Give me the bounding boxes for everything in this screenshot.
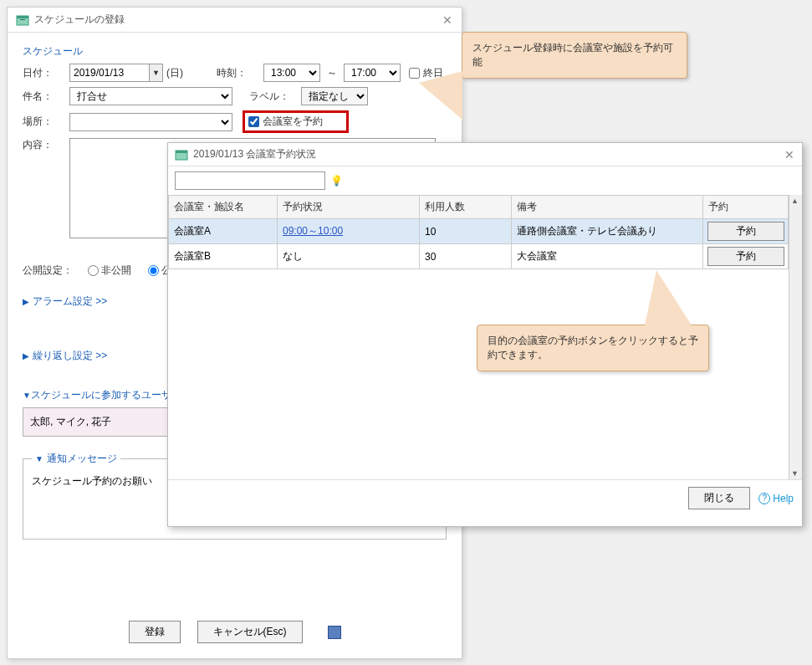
svg-rect-4 <box>176 151 187 153</box>
reserve-room-label: 会議室を予約 <box>263 115 323 129</box>
notify-legend: ▼通知メッセージ <box>32 452 120 466</box>
place-row: 場所： 会議室を予約 <box>23 110 447 133</box>
time-end-select[interactable]: 17:00 <box>344 64 401 82</box>
callout-bottom: 目的の会議室の予約ボタンをクリックすると予約できます。 <box>477 325 709 371</box>
dialog-title: スケジュールの登録 <box>34 13 442 27</box>
svg-rect-2 <box>20 19 25 20</box>
hint-icon[interactable]: 💡 <box>330 175 343 187</box>
private-label: 非公開 <box>101 263 131 278</box>
private-radio-wrap[interactable]: 非公開 <box>88 263 131 278</box>
cell-name: 会議室A <box>169 219 278 244</box>
reserve-room-highlight: 会議室を予約 <box>243 110 349 133</box>
subject-row: 件名： 打合せ ラベル： 指定なし <box>23 87 447 105</box>
public-radio[interactable] <box>148 265 159 276</box>
cell-note: 大会議室 <box>512 244 703 269</box>
label-label: ラベル： <box>249 90 296 104</box>
date-input[interactable] <box>69 64 150 82</box>
cell-capacity: 10 <box>420 219 512 244</box>
subject-select[interactable]: 打合せ <box>69 87 232 105</box>
reserve-button[interactable]: 予約 <box>707 222 784 241</box>
cancel-button[interactable]: キャンセル(Esc) <box>197 621 303 643</box>
subject-label: 件名： <box>23 90 69 104</box>
close-icon[interactable]: ✕ <box>784 149 795 161</box>
table-row[interactable]: 会議室Bなし30大会議室予約 <box>169 244 802 269</box>
help-link[interactable]: ?Help <box>758 493 794 504</box>
col-note: 備考 <box>512 196 703 219</box>
room-dialog-titlebar: 2019/01/13 会議室予約状況 ✕ <box>168 143 802 166</box>
register-button[interactable]: 登録 <box>129 621 181 643</box>
col-capacity: 利用人数 <box>420 196 512 219</box>
save-icon[interactable] <box>328 626 341 639</box>
calendar-icon <box>16 13 29 27</box>
room-dialog-footer: 閉じる ?Help <box>168 479 802 516</box>
svg-rect-1 <box>17 16 28 18</box>
expand-icon: ▶ <box>23 297 29 306</box>
place-label: 場所： <box>23 115 69 129</box>
callout-top: スケジュール登録時に会議室や施設を予約可能 <box>462 32 687 79</box>
scroll-down-icon[interactable]: ▼ <box>791 469 799 478</box>
date-dropdown-icon[interactable]: ▼ <box>150 64 163 82</box>
reserve-room-checkbox[interactable] <box>248 116 259 127</box>
cell-capacity: 30 <box>420 244 512 269</box>
table-row[interactable]: 会議室A09:00～10:0010通路側会議室・テレビ会議あり予約 <box>169 219 802 244</box>
section-heading: スケジュール <box>23 44 447 59</box>
col-name: 会議室・施設名 <box>169 196 278 219</box>
content-label: 内容： <box>23 138 69 152</box>
room-search-input[interactable] <box>175 171 325 190</box>
publish-label: 公開設定： <box>23 263 81 278</box>
col-reserve: 予約 <box>703 196 789 219</box>
room-table: 会議室・施設名 予約状況 利用人数 備考 予約 会議室A09:00～10:001… <box>168 195 802 269</box>
time-tilde: ～ <box>327 66 337 80</box>
calendar-icon <box>175 148 188 161</box>
expand-icon: ▶ <box>23 351 29 361</box>
label-select[interactable]: 指定なし <box>301 87 368 105</box>
cell-status: なし <box>278 244 420 269</box>
cell-reserve: 予約 <box>703 244 789 269</box>
private-radio[interactable] <box>88 265 99 276</box>
help-icon: ? <box>758 493 770 504</box>
room-search-row: 💡 <box>168 166 802 195</box>
time-start-select[interactable]: 13:00 <box>263 64 320 82</box>
date-label: 日付： <box>23 66 69 80</box>
place-select[interactable] <box>69 113 232 131</box>
status-time-link[interactable]: 09:00～10:00 <box>283 225 343 237</box>
dialog-button-bar: 登録 キャンセル(Esc) <box>8 621 462 643</box>
scroll-up-icon[interactable]: ▲ <box>791 197 799 205</box>
cell-status: 09:00～10:00 <box>278 219 420 244</box>
time-label: 時刻： <box>217 66 263 80</box>
room-dialog-title: 2019/01/13 会議室予約状況 <box>193 147 784 161</box>
cell-note: 通路側会議室・テレビ会議あり <box>512 219 703 244</box>
date-row: 日付： ▼ (日) 時刻： 13:00 ～ 17:00 終日 <box>23 64 447 82</box>
cell-name: 会議室B <box>169 244 278 269</box>
dialog-titlebar: スケジュールの登録 ✕ <box>8 8 462 33</box>
close-icon[interactable]: ✕ <box>442 14 453 26</box>
scrollbar[interactable]: ▲ ▼ <box>789 195 802 479</box>
close-button[interactable]: 閉じる <box>688 487 750 509</box>
day-of-week: (日) <box>166 66 183 80</box>
cell-reserve: 予約 <box>703 219 789 244</box>
reserve-button[interactable]: 予約 <box>707 247 784 266</box>
col-status: 予約状況 <box>278 196 420 219</box>
